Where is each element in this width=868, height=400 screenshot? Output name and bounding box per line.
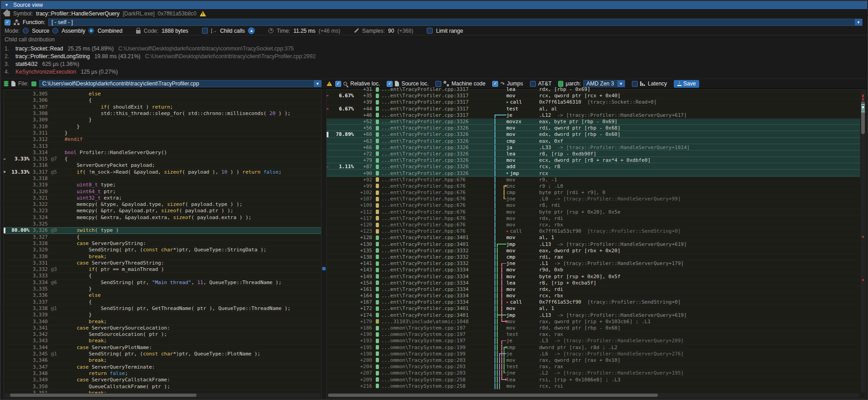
asm-row[interactable]: +164...ent\TracyProfiler.cpp:3334movrcx,… (327, 293, 860, 299)
jumps-toggle[interactable]: ↷ Jumps (492, 80, 523, 87)
asm-row[interactable]: +56...ent\TracyProfiler.cpp:3326movrdi, … (327, 125, 860, 131)
source-loc-toggle[interactable]: Source loc. (387, 80, 429, 87)
source-line-row[interactable]: 3,333 { (4, 273, 321, 279)
child-call-row[interactable]: 4.KeSynchronizeExecution125 µs (0.27%) (5, 68, 863, 75)
asm-row[interactable]: 78.89%+60...ent\TracyProfiler.cpp:3326mo… (327, 131, 860, 138)
chevron-down-icon[interactable]: ▼ (855, 19, 862, 25)
asm-row[interactable]: +66...ent\TracyProfiler.cpp:3326ja.L33 -… (327, 145, 860, 151)
source-line-row[interactable]: 3,307 if( shouldExit ) return; (4, 104, 321, 110)
asm-row[interactable]: +207...ommon\TracySystem.cpp:203jne.L2 -… (327, 370, 860, 376)
source-line-row[interactable]: 3,311} (4, 130, 321, 136)
source-line-row[interactable]: 3,330 break; (4, 253, 321, 260)
asm-row[interactable]: +123...ent\TracyProfiler.hpp:676call0x7f… (327, 228, 860, 235)
source-line-row[interactable]: 3,331 case ServerQueryThreadString: (4, 260, 321, 266)
asm-row[interactable]: 6.67%+35...ent\TracyProfiler.cpp:3317mov… (327, 93, 860, 99)
source-horizontal-scrollbar[interactable] (5, 393, 320, 397)
function-select[interactable]: [ - self - ] ▼ (48, 19, 863, 26)
asm-row[interactable]: +172...ent\TracyProfiler.cpp:3401moval, … (327, 305, 860, 312)
source-loc-checkbox[interactable] (387, 81, 393, 87)
asm-row[interactable]: +109...ent\TracyProfiler.hpp:676movr8, r… (327, 202, 860, 209)
source-line-row[interactable]: 3,348 return false; (4, 370, 321, 377)
source-line-row[interactable]: 3,339 } (4, 312, 321, 318)
source-line-row[interactable]: 3,314bool Profiler::HandleServerQuery() (4, 150, 321, 156)
asm-row[interactable]: +90...ent\TracyProfiler.cpp:3326jmprcx (327, 170, 860, 176)
source-line-row[interactable]: 3,346 break; (4, 357, 321, 364)
asm-row[interactable]: +39...ent\TracyProfiler.cpp:3317call0x7f… (327, 99, 860, 105)
source-line-row[interactable]: 3.33%3,315@7{ (4, 156, 321, 162)
asm-row[interactable]: +107...ent\TracyProfiler.hpp:676jne.L0 -… (327, 196, 860, 202)
source-line-row[interactable]: 3,322 memcpy( &type, &payload.type, size… (4, 201, 321, 208)
scrollbar-thumb[interactable] (328, 394, 658, 397)
asm-row[interactable]: +63...ent\TracyProfiler.cpp:3326cmpeax, … (327, 138, 860, 145)
source-line-row[interactable]: 3,306 { (4, 97, 321, 104)
asm-row[interactable]: +31...ent\TracyProfiler.cpp:3317leardx, … (327, 86, 860, 93)
pane-splitter[interactable] (322, 90, 326, 399)
source-line-row[interactable]: 3,309 } (4, 117, 321, 123)
radio-assembly-label[interactable]: Assembly (61, 28, 85, 34)
latency-toggle[interactable]: Latency (632, 80, 667, 87)
source-line-row[interactable]: 3,334@6 SendString( ptr, "Main thread", … (4, 280, 321, 286)
asm-row[interactable]: +167...ent\TracyProfiler.cpp:3334call0x7… (327, 299, 860, 305)
asm-row[interactable]: +135...ent\TracyProfiler.cpp:3332moveax,… (327, 248, 860, 254)
source-line-row[interactable]: 3,336 else (4, 292, 321, 299)
assembly-vertical-scrollbar[interactable] (861, 90, 865, 393)
asm-row[interactable]: +198...ommon\TracySystem.cpp:199je.L6 ->… (327, 351, 860, 357)
child-calls-checkbox[interactable] (202, 28, 208, 34)
source-line-row[interactable]: 3,327 { (4, 234, 321, 240)
source-line-row[interactable]: 3,343 break; (4, 338, 321, 344)
source-line-row[interactable]: 3,313 (4, 143, 321, 149)
chevron-down-icon[interactable]: ▼ (617, 80, 625, 87)
child-call-row[interactable]: 1.tracy::Socket::Read25.25 ms (54.89%)C:… (5, 45, 863, 52)
child-call-row[interactable]: 3.stat64i32625 µs (1.36%) (5, 60, 863, 68)
radio-combined[interactable] (88, 28, 94, 34)
source-line-row[interactable]: 13.33%3,317@5 if( !m_sock->Read( &payloa… (4, 169, 321, 175)
source-line-row[interactable]: 3,347 case ServerQueryTerminate: (4, 364, 321, 370)
radio-source-label[interactable]: Source (32, 28, 49, 34)
asm-row[interactable]: +130...ent\TracyProfiler.cpp:3401jmp.L13… (327, 241, 860, 248)
source-line-row[interactable]: 3,349 case ServerQueryCallstackFrame: (4, 377, 321, 383)
asm-row[interactable]: 1.11%+87...ent\TracyProfiler.cpp:3326add… (327, 164, 860, 170)
asm-row[interactable]: 6.67%+44...ent\TracyProfiler.cpp:3317tes… (327, 106, 860, 112)
asm-row[interactable]: +193...ommon\TracySystem.cpp:197je.L3 ->… (327, 338, 860, 344)
source-line-row[interactable]: 80.00%3,326@9 switch( type ) (4, 227, 321, 234)
source-line-row[interactable]: 3,345@1 SendString( ptr, (const char*)pt… (4, 351, 321, 357)
asm-row[interactable]: +190...ommon\TracySystem.cpp:197testrax,… (327, 331, 860, 338)
source-line-row[interactable]: 3,335 } (4, 286, 321, 292)
source-line-row[interactable]: 3,325 (4, 221, 321, 227)
source-line-row[interactable]: 3,321 uint32_t extra; (4, 195, 321, 201)
asm-row[interactable]: +186...ommon\TracySystem.cpp:197movr8d, … (327, 325, 860, 331)
asm-row[interactable]: +216...ommon\TracySystem.cpp:258movrcx, … (327, 383, 860, 390)
chevron-down-icon[interactable]: ▼ (314, 80, 321, 87)
machine-code-toggle[interactable]: Machine code (435, 80, 485, 87)
assembly-horizontal-scrollbar[interactable] (328, 393, 860, 397)
asm-row[interactable]: +72...ent\TracyProfiler.cpp:3326lear8, [… (327, 151, 860, 157)
collapse-icon[interactable]: ▼ (5, 3, 9, 7)
source-line-row[interactable]: 3,350 QueueCallstackFrame( ptr ); (4, 383, 321, 390)
att-toggle[interactable]: AT&T (530, 80, 552, 87)
relative-loc-checkbox[interactable] (335, 81, 341, 87)
source-line-row[interactable]: 3,308 std::this_thread::sleep_for( std::… (4, 110, 321, 117)
asm-row[interactable]: +102...ent\TracyProfiler.hpp:676cmpbyte … (327, 190, 860, 196)
splitter-handle[interactable] (322, 267, 326, 270)
asm-row[interactable]: +161...ent\TracyProfiler.cpp:3334movrdx,… (327, 286, 860, 293)
machine-code-checkbox[interactable] (435, 81, 441, 87)
source-line-row[interactable]: 3,337 { (4, 299, 321, 305)
att-checkbox[interactable] (530, 81, 536, 87)
scroll-up-button[interactable]: ▲ (248, 27, 255, 34)
latency-checkbox[interactable] (632, 81, 638, 87)
radio-source[interactable] (23, 28, 29, 34)
limit-range-label[interactable]: Limit range (436, 28, 463, 34)
source-line-row[interactable]: 3,332@3 if( ptr == m_mainThread ) (4, 266, 321, 273)
source-line-row[interactable]: 3,342 SendSourceLocation( ptr ); (4, 331, 321, 338)
child-calls-label[interactable]: Child calls (220, 28, 245, 34)
source-line-row[interactable]: 3,338@1 SendString( ptr, GetThreadName( … (4, 305, 321, 312)
limit-range-checkbox[interactable] (427, 28, 433, 34)
asm-row[interactable]: +117...ent\TracyProfiler.hpp:676movrdx, … (327, 215, 860, 222)
asm-row[interactable]: +154...ent\TracyProfiler.cpp:3334lear8, … (327, 280, 860, 286)
asm-row[interactable]: +46...ent\TracyProfiler.cpp:3317je.L12 -… (327, 112, 860, 119)
asm-row[interactable]: +120...ent\TracyProfiler.hpp:676movrcx, … (327, 222, 860, 228)
scrollbar-thumb[interactable] (10, 394, 197, 397)
file-select[interactable]: C:\Users\wolf\Desktop\darkrl\contrib\tra… (39, 80, 322, 87)
asm-row[interactable]: +209...ommon\TracySystem.cpp:258learsi, … (327, 376, 860, 383)
source-line-row[interactable]: 3,319 uint8_t type; (4, 182, 321, 188)
